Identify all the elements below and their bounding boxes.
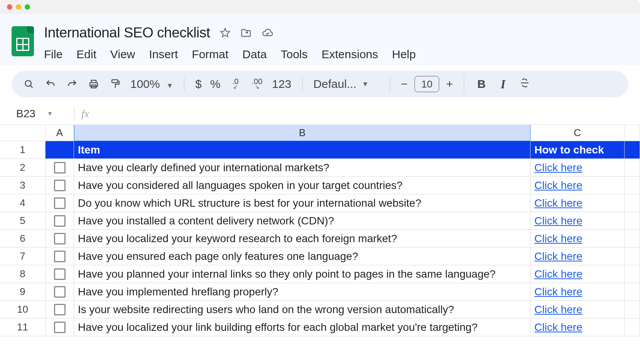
checkbox-cell[interactable] bbox=[45, 177, 74, 194]
checkbox[interactable] bbox=[54, 180, 66, 191]
item-cell[interactable]: Have you considered all languages spoken… bbox=[74, 177, 531, 194]
redo-icon[interactable] bbox=[66, 79, 79, 89]
link-cell[interactable]: Click here bbox=[531, 159, 625, 177]
cell-extra[interactable] bbox=[625, 194, 640, 212]
link-cell[interactable]: Click here bbox=[531, 194, 625, 212]
move-folder-icon[interactable] bbox=[240, 27, 252, 39]
checkbox[interactable] bbox=[54, 268, 66, 280]
minimize-window-dot[interactable] bbox=[16, 4, 21, 10]
cell-extra[interactable] bbox=[625, 230, 640, 248]
checkbox[interactable] bbox=[54, 162, 66, 174]
checkbox-cell[interactable] bbox=[45, 283, 74, 301]
cell-extra[interactable] bbox=[625, 212, 640, 230]
checkbox-cell[interactable] bbox=[45, 194, 74, 212]
cell-a1[interactable] bbox=[45, 141, 74, 159]
column-header-a[interactable]: A bbox=[45, 125, 74, 141]
click-here-link[interactable]: Click here bbox=[534, 197, 582, 209]
item-cell[interactable]: Have you localized your link building ef… bbox=[74, 318, 531, 336]
checkbox[interactable] bbox=[54, 233, 66, 244]
view-menu[interactable]: View bbox=[110, 48, 135, 61]
column-header-b[interactable]: B bbox=[74, 125, 531, 141]
star-icon[interactable] bbox=[219, 27, 231, 39]
cell-extra[interactable] bbox=[625, 177, 640, 194]
decrease-decimal-button[interactable]: .0↙ bbox=[229, 79, 242, 89]
help-menu[interactable]: Help bbox=[392, 48, 416, 61]
link-cell[interactable]: Click here bbox=[531, 283, 625, 301]
click-here-link[interactable]: Click here bbox=[534, 162, 582, 174]
row-header[interactable]: 8 bbox=[0, 265, 45, 283]
cell-b1-item-header[interactable]: Item bbox=[74, 141, 531, 159]
tools-menu[interactable]: Tools bbox=[281, 48, 308, 61]
format-menu[interactable]: Format bbox=[192, 48, 229, 61]
select-all-corner[interactable] bbox=[0, 125, 45, 141]
row-header[interactable]: 9 bbox=[0, 283, 45, 301]
click-here-link[interactable]: Click here bbox=[534, 303, 582, 316]
link-cell[interactable]: Click here bbox=[531, 212, 625, 230]
font-dropdown[interactable]: Defaul...▼ bbox=[313, 78, 379, 91]
row-header[interactable]: 6 bbox=[0, 230, 45, 248]
bold-button[interactable]: B bbox=[475, 78, 488, 91]
click-here-link[interactable]: Click here bbox=[534, 286, 582, 298]
cell-extra[interactable] bbox=[625, 318, 640, 336]
click-here-link[interactable]: Click here bbox=[534, 179, 582, 192]
item-cell[interactable]: Have you planned your internal links so … bbox=[74, 265, 531, 283]
click-here-link[interactable]: Click here bbox=[534, 233, 582, 245]
link-cell[interactable]: Click here bbox=[531, 318, 625, 336]
edit-menu[interactable]: Edit bbox=[76, 48, 96, 61]
strikethrough-button[interactable] bbox=[518, 78, 531, 91]
checkbox-cell[interactable] bbox=[45, 248, 74, 265]
checkbox[interactable] bbox=[54, 215, 66, 227]
click-here-link[interactable]: Click here bbox=[534, 268, 582, 280]
document-title[interactable]: International SEO checklist bbox=[44, 25, 210, 41]
insert-menu[interactable]: Insert bbox=[149, 48, 178, 61]
sheets-logo-icon[interactable] bbox=[12, 26, 34, 56]
search-icon[interactable] bbox=[22, 79, 35, 89]
print-icon[interactable] bbox=[87, 78, 100, 90]
item-cell[interactable]: Have you installed a content delivery ne… bbox=[74, 212, 531, 230]
column-header-c[interactable]: C bbox=[531, 125, 625, 141]
column-header-extra[interactable] bbox=[625, 125, 640, 141]
cell-extra[interactable] bbox=[625, 141, 640, 159]
row-header[interactable]: 4 bbox=[0, 194, 45, 212]
paint-format-icon[interactable] bbox=[109, 78, 122, 90]
checkbox-cell[interactable] bbox=[45, 265, 74, 283]
link-cell[interactable]: Click here bbox=[531, 230, 625, 248]
data-menu[interactable]: Data bbox=[243, 48, 267, 61]
row-header[interactable]: 7 bbox=[0, 248, 45, 265]
checkbox-cell[interactable] bbox=[45, 212, 74, 230]
row-header[interactable]: 3 bbox=[0, 177, 45, 194]
link-cell[interactable]: Click here bbox=[531, 265, 625, 283]
checkbox-cell[interactable] bbox=[45, 159, 74, 177]
click-here-link[interactable]: Click here bbox=[534, 250, 582, 263]
zoom-dropdown[interactable]: 100% ▼ bbox=[130, 78, 173, 91]
maximize-window-dot[interactable] bbox=[25, 4, 30, 10]
item-cell[interactable]: Have you implemented hreflang properly? bbox=[74, 283, 531, 301]
link-cell[interactable]: Click here bbox=[531, 177, 625, 194]
extensions-menu[interactable]: Extensions bbox=[322, 48, 378, 61]
item-cell[interactable]: Have you ensured each page only features… bbox=[74, 248, 531, 265]
link-cell[interactable]: Click here bbox=[531, 248, 625, 265]
link-cell[interactable]: Click here bbox=[531, 301, 625, 318]
click-here-link[interactable]: Click here bbox=[534, 215, 582, 227]
checkbox-cell[interactable] bbox=[45, 301, 74, 318]
row-header[interactable]: 2 bbox=[0, 159, 45, 177]
row-header[interactable]: 10 bbox=[0, 301, 45, 318]
increase-decimal-button[interactable]: .00↘ bbox=[251, 79, 264, 89]
checkbox[interactable] bbox=[54, 304, 66, 315]
number-format-button[interactable]: 123 bbox=[272, 78, 291, 91]
checkbox-cell[interactable] bbox=[45, 318, 74, 336]
cloud-status-icon[interactable] bbox=[261, 27, 274, 39]
cell-extra[interactable] bbox=[625, 159, 640, 177]
file-menu[interactable]: File bbox=[44, 48, 62, 61]
cell-extra[interactable] bbox=[625, 248, 640, 265]
name-box[interactable]: B23 ▼ bbox=[0, 108, 74, 120]
italic-button[interactable]: I bbox=[497, 77, 510, 91]
row-header[interactable]: 5 bbox=[0, 212, 45, 230]
cell-extra[interactable] bbox=[625, 301, 640, 318]
increase-font-button[interactable]: + bbox=[446, 78, 453, 91]
checkbox[interactable] bbox=[54, 197, 66, 209]
cell-c1-how-header[interactable]: How to check bbox=[531, 141, 625, 159]
percent-button[interactable]: % bbox=[210, 78, 221, 91]
cell-extra[interactable] bbox=[625, 265, 640, 283]
checkbox[interactable] bbox=[54, 322, 66, 333]
